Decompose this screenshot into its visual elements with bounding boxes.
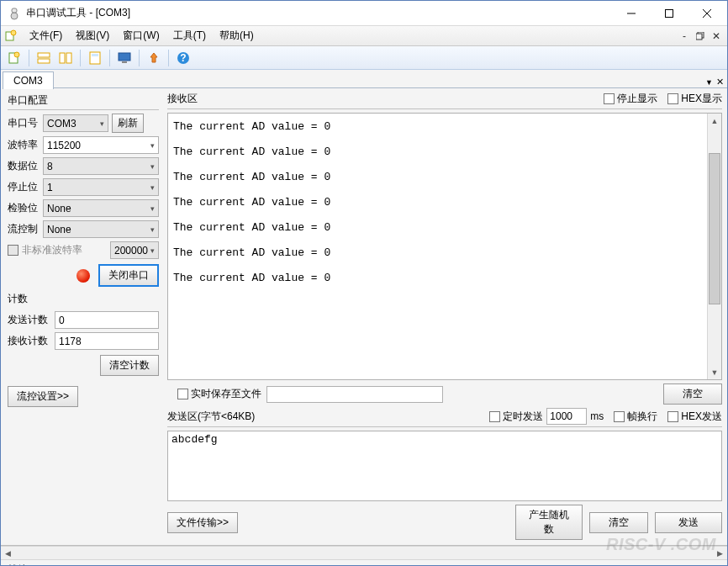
nonstd-value[interactable]: 200000▾ xyxy=(110,241,159,259)
chevron-down-icon: ▾ xyxy=(150,246,155,255)
svg-rect-15 xyxy=(66,53,71,63)
horizontal-scrollbar[interactable]: ◀ ▶ xyxy=(1,546,727,560)
nonstd-label: 非标准波特率 xyxy=(22,243,82,257)
toolbar-help-icon[interactable]: ? xyxy=(173,48,193,68)
baud-select[interactable]: 115200▾ xyxy=(43,136,159,154)
tab-dropdown-icon[interactable]: ▼ xyxy=(705,78,713,87)
svg-rect-17 xyxy=(92,54,98,56)
menu-help[interactable]: 帮助(H) xyxy=(213,26,261,45)
rx-header: 接收区 停止显示 HEX显示 xyxy=(167,92,722,109)
menu-file[interactable]: 文件(F) xyxy=(23,26,69,45)
scroll-down-icon[interactable]: ▼ xyxy=(708,365,721,379)
databits-select[interactable]: 8▾ xyxy=(43,157,159,175)
flow-select[interactable]: None▾ xyxy=(43,220,159,238)
port-label: 串口号 xyxy=(8,116,43,130)
right-panel: 接收区 停止显示 HEX显示 The current AD value = 0 … xyxy=(164,88,727,545)
menu-view[interactable]: 视图(V) xyxy=(69,26,116,45)
tab-close-icon[interactable]: ✕ xyxy=(716,77,724,87)
svg-rect-14 xyxy=(60,53,65,63)
window-title: 串口调试工具 - [COM3] xyxy=(26,6,612,20)
svg-text:?: ? xyxy=(180,52,186,64)
scroll-thumb[interactable] xyxy=(709,153,720,304)
toolbar-new-icon[interactable] xyxy=(4,48,24,68)
random-button[interactable]: 产生随机数 xyxy=(515,505,583,540)
status-bar: 就绪 CAP NUM SCRL xyxy=(1,560,727,566)
recv-count-value: 1178 xyxy=(55,332,159,350)
interval-input[interactable]: 1000 xyxy=(546,408,587,425)
refresh-button[interactable]: 刷新 xyxy=(112,114,144,133)
rx-title: 接收区 xyxy=(167,92,593,106)
send-count-label: 发送计数 xyxy=(8,313,55,327)
svg-rect-1 xyxy=(12,8,17,13)
maximize-button[interactable] xyxy=(650,1,688,25)
counter-group-title: 计数 xyxy=(8,292,159,308)
left-panel: 串口配置 串口号 COM3▾ 刷新 波特率 115200▾ 数据位 8▾ 停止位… xyxy=(1,88,164,545)
file-transfer-button[interactable]: 文件传输>> xyxy=(167,512,238,533)
clear-count-button[interactable]: 清空计数 xyxy=(100,355,159,376)
minimize-button[interactable] xyxy=(612,1,650,25)
tx-textarea[interactable]: abcdefg xyxy=(167,431,722,501)
chevron-down-icon: ▾ xyxy=(150,183,155,192)
close-button[interactable] xyxy=(688,1,725,25)
port-select[interactable]: COM3▾ xyxy=(43,114,108,132)
clear-rx-button[interactable]: 清空 xyxy=(663,384,722,405)
baud-label: 波特率 xyxy=(8,138,43,152)
svg-rect-18 xyxy=(119,53,130,61)
toolbar-monitor-icon[interactable] xyxy=(114,48,135,68)
new-port-icon[interactable] xyxy=(4,29,18,43)
parity-select[interactable]: None▾ xyxy=(43,199,159,217)
save-path-input[interactable] xyxy=(266,386,443,403)
chevron-down-icon: ▾ xyxy=(150,225,155,234)
timed-send-checkbox[interactable]: 定时发送 xyxy=(489,410,543,424)
vertical-scrollbar[interactable]: ▲ ▼ xyxy=(707,114,721,379)
app-icon xyxy=(8,7,21,20)
menu-tools[interactable]: 工具(T) xyxy=(166,26,213,45)
hex-send-checkbox[interactable]: HEX发送 xyxy=(667,410,722,424)
svg-rect-12 xyxy=(38,53,50,57)
close-port-button[interactable]: 关闭串口 xyxy=(98,264,159,287)
scroll-left-icon[interactable]: ◀ xyxy=(1,547,15,559)
save-row: 实时保存至文件 清空 xyxy=(167,384,722,405)
toolbar-tile-horiz-icon[interactable] xyxy=(34,48,54,68)
record-indicator-icon xyxy=(76,269,90,283)
chevron-down-icon: ▾ xyxy=(100,119,104,128)
send-button[interactable]: 发送 xyxy=(655,512,722,533)
toolbar: ? xyxy=(1,46,727,70)
scroll-right-icon[interactable]: ▶ xyxy=(713,547,727,559)
title-bar: 串口调试工具 - [COM3] xyxy=(1,1,727,26)
chevron-down-icon: ▾ xyxy=(150,204,155,213)
config-group-title: 串口配置 xyxy=(8,93,159,110)
toolbar-calc-icon[interactable] xyxy=(85,48,105,68)
stopbits-select[interactable]: 1▾ xyxy=(43,178,159,196)
mdi-restore-icon[interactable] xyxy=(693,29,708,43)
recv-count-label: 接收计数 xyxy=(8,334,55,348)
flow-settings-button[interactable]: 流控设置>> xyxy=(8,386,78,407)
pause-display-checkbox[interactable]: 停止显示 xyxy=(604,92,657,106)
toolbar-upload-icon[interactable] xyxy=(144,48,164,68)
clear-tx-button[interactable]: 清空 xyxy=(589,512,648,533)
databits-label: 数据位 xyxy=(8,159,43,173)
ms-label: ms xyxy=(590,410,604,422)
rx-content[interactable]: The current AD value = 0 The current AD … xyxy=(168,114,707,379)
status-ready: 就绪 xyxy=(8,563,636,567)
stopbits-label: 停止位 xyxy=(8,180,43,194)
svg-point-7 xyxy=(11,30,16,35)
parity-label: 检验位 xyxy=(8,201,43,215)
tab-com3[interactable]: COM3 xyxy=(3,71,54,89)
tx-footer: 文件传输>> 产生随机数 清空 发送 xyxy=(167,505,722,540)
chevron-down-icon: ▾ xyxy=(150,162,155,171)
frame-wrap-checkbox[interactable]: 帧换行 xyxy=(614,410,657,424)
hex-display-checkbox[interactable]: HEX显示 xyxy=(667,92,722,106)
mdi-minimize-icon[interactable]: - xyxy=(677,29,692,43)
realtime-save-checkbox[interactable]: 实时保存至文件 xyxy=(177,387,261,401)
chevron-down-icon: ▾ xyxy=(150,141,155,150)
rx-body: The current AD value = 0 The current AD … xyxy=(167,113,722,380)
svg-rect-19 xyxy=(122,61,127,63)
nonstd-checkbox[interactable] xyxy=(8,245,18,256)
scroll-up-icon[interactable]: ▲ xyxy=(708,114,721,128)
send-count-value: 0 xyxy=(55,311,159,329)
svg-rect-3 xyxy=(665,9,673,17)
mdi-close-icon[interactable]: ✕ xyxy=(709,29,724,43)
toolbar-tile-vert-icon[interactable] xyxy=(55,48,76,68)
menu-window[interactable]: 窗口(W) xyxy=(116,26,166,45)
